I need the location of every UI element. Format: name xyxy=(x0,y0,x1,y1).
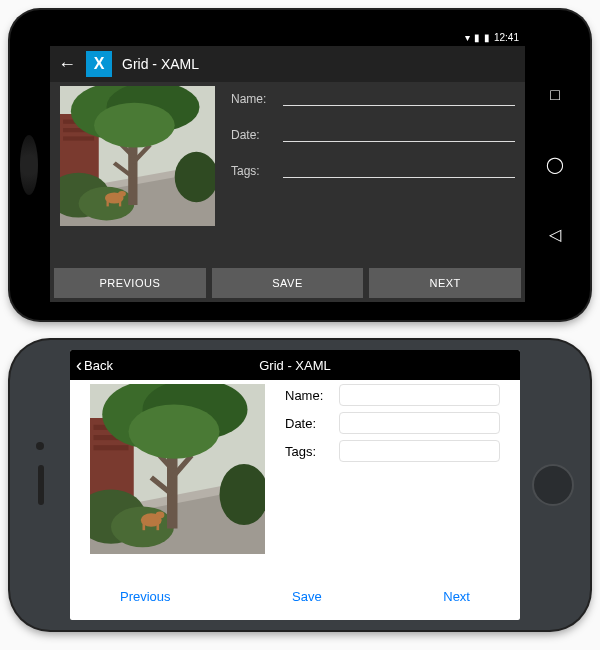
form-area: Name: Date: Tags: xyxy=(50,82,525,268)
name-input[interactable] xyxy=(283,90,515,106)
name-field-row: Name: xyxy=(285,384,500,406)
form-area: Name: Date: Tags: xyxy=(70,380,520,579)
previous-button[interactable]: PREVIOUS xyxy=(54,268,206,298)
tags-input[interactable] xyxy=(283,162,515,178)
clock: 12:41 xyxy=(494,32,519,43)
xamarin-icon: X xyxy=(86,51,112,77)
android-device-frame: □ ◯ ◁ ▾ ▮ ▮ 12:41 ← X Grid - XAML Name: xyxy=(10,10,590,320)
back-arrow-icon[interactable]: ← xyxy=(58,54,76,75)
date-input[interactable] xyxy=(283,126,515,142)
tags-label: Tags: xyxy=(285,444,331,459)
recent-apps-icon[interactable]: □ xyxy=(550,86,560,104)
tags-label: Tags: xyxy=(231,164,275,178)
android-statusbar: ▾ ▮ ▮ 12:41 xyxy=(50,28,525,46)
photo-preview xyxy=(90,384,265,554)
form-fields: Name: Date: Tags: xyxy=(285,384,500,575)
page-title: Grid - XAML xyxy=(122,56,199,72)
android-content: Name: Date: Tags: PREVIOUS SAVE NEX xyxy=(50,82,525,302)
date-field-row: Date: xyxy=(231,126,515,142)
date-field-row: Date: xyxy=(285,412,500,434)
battery-icon: ▮ xyxy=(484,32,490,43)
home-icon[interactable]: ◯ xyxy=(546,155,564,174)
date-label: Date: xyxy=(231,128,275,142)
ios-navbar: ‹ Back Grid - XAML xyxy=(70,350,520,380)
ios-content: Name: Date: Tags: Previous Save Nex xyxy=(70,380,520,620)
back-label: Back xyxy=(84,358,113,373)
android-appbar: ← X Grid - XAML xyxy=(50,46,525,82)
date-label: Date: xyxy=(285,416,331,431)
android-hw-nav: □ ◯ ◁ xyxy=(540,10,570,320)
android-screen: ▾ ▮ ▮ 12:41 ← X Grid - XAML Name: xyxy=(50,28,525,302)
chevron-left-icon: ‹ xyxy=(76,356,82,374)
button-row: Previous Save Next xyxy=(70,579,520,620)
form-fields: Name: Date: Tags: xyxy=(231,86,515,264)
tags-input[interactable] xyxy=(339,440,500,462)
next-button[interactable]: NEXT xyxy=(369,268,521,298)
next-button[interactable]: Next xyxy=(443,589,470,604)
back-button[interactable]: ‹ Back xyxy=(76,356,113,374)
button-row: PREVIOUS SAVE NEXT xyxy=(50,268,525,302)
page-title: Grid - XAML xyxy=(259,358,331,373)
tags-field-row: Tags: xyxy=(285,440,500,462)
tags-field-row: Tags: xyxy=(231,162,515,178)
name-field-row: Name: xyxy=(231,90,515,106)
ios-device-frame: ‹ Back Grid - XAML Name: Date: xyxy=(10,340,590,630)
previous-button[interactable]: Previous xyxy=(120,589,171,604)
wifi-icon: ▾ xyxy=(465,32,470,43)
device-speaker xyxy=(20,135,38,195)
device-speaker xyxy=(38,465,44,505)
photo-preview xyxy=(60,86,215,226)
back-hw-icon[interactable]: ◁ xyxy=(549,225,561,244)
home-button[interactable] xyxy=(532,464,574,506)
date-input[interactable] xyxy=(339,412,500,434)
name-label: Name: xyxy=(231,92,275,106)
save-button[interactable]: Save xyxy=(292,589,322,604)
ios-screen: ‹ Back Grid - XAML Name: Date: xyxy=(70,350,520,620)
name-input[interactable] xyxy=(339,384,500,406)
signal-icon: ▮ xyxy=(474,32,480,43)
name-label: Name: xyxy=(285,388,331,403)
device-camera xyxy=(36,442,44,450)
save-button[interactable]: SAVE xyxy=(212,268,364,298)
